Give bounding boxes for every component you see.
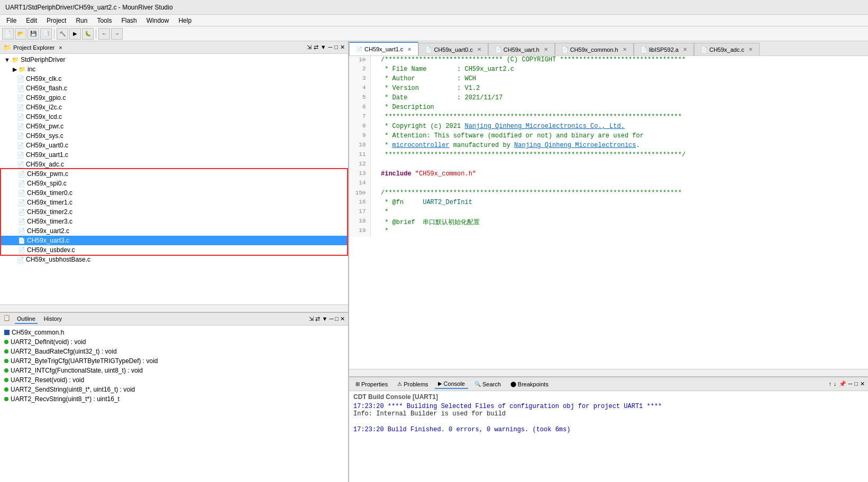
code-line-19: 19 * (349, 227, 868, 237)
fold-icon (370, 199, 377, 208)
console-pin-icon[interactable]: 📌 (839, 381, 846, 387)
menu-tools[interactable]: Tools (93, 16, 116, 25)
list-item[interactable]: 📄CH59x_timer1.c (1, 198, 347, 207)
list-item[interactable]: 📄CH59x_adc.c (0, 160, 348, 169)
list-item[interactable]: 📄CH59x_sys.c (0, 131, 348, 141)
list-item[interactable]: 📄CH59x_pwm.c (1, 169, 347, 179)
list-item[interactable]: 📄CH59x_i2c.c (0, 103, 348, 112)
code-hscroll[interactable] (349, 369, 868, 376)
outline-method-item[interactable]: UART2_RecvString(uint8_t*) : uint16_t (4, 394, 344, 404)
outline-method-item[interactable]: UART2_ByteTrigCfg(UARTByteTRIGTypeDef) :… (4, 356, 344, 366)
outline-method-item[interactable]: UART2_Reset(void) : void (4, 375, 344, 385)
outline-header-item[interactable]: CH59x_common.h (4, 328, 344, 337)
console-scroll-icon[interactable]: ↓ (834, 381, 837, 387)
list-item[interactable]: 📄CH59x_spi0.c (1, 179, 347, 188)
file-icon: 📄 (18, 190, 25, 197)
outline-method-item[interactable]: UART2_DefInit(void) : void (4, 337, 344, 347)
list-item[interactable]: 📄CH59x_uart1.c (0, 150, 348, 160)
console-minimize-icon[interactable]: ─ (848, 381, 853, 387)
explorer-body: ▼ 📁 StdPeriphDriver ▶ 📁 inc (0, 54, 348, 304)
toolbar-run[interactable]: ▶ (69, 28, 81, 40)
minimize-icon[interactable]: ─ (328, 44, 333, 51)
tab-close-icon[interactable]: ✕ (748, 47, 753, 52)
console-maximize-icon[interactable]: □ (854, 381, 858, 387)
outline-maximize-icon[interactable]: □ (335, 316, 339, 322)
tab-outline[interactable]: Outline (15, 314, 38, 324)
list-item[interactable]: 📄CH59x_gpio.c (0, 93, 348, 103)
console-clear-icon[interactable]: ↑ (829, 381, 832, 387)
menu-flash[interactable]: Flash (117, 16, 141, 25)
tab-uart-h[interactable]: 📄 CH59x_uart.h ✕ (488, 43, 555, 55)
code-line-2: 2 * File Name : CH59x_uart2.c (349, 66, 868, 75)
list-item[interactable]: 📄CH59x_usbdev.c (1, 245, 347, 255)
explorer-close-icon[interactable]: × (59, 44, 62, 51)
list-item-selected[interactable]: 📄CH59x_uart3.c (1, 236, 347, 245)
list-item[interactable]: 📄CH59x_clk.c (0, 74, 348, 84)
view-menu-icon[interactable]: ▼ (321, 44, 326, 51)
toolbar-build[interactable]: 🔨 (57, 28, 68, 40)
outline-minimize-icon[interactable]: ─ (329, 316, 333, 322)
toolbar-save[interactable]: 💾 (28, 28, 39, 40)
file-icon: 📄 (18, 237, 25, 244)
menu-project[interactable]: Project (42, 16, 70, 25)
toolbar-back[interactable]: ← (98, 28, 110, 40)
outline-link-icon[interactable]: ⇄ (315, 316, 320, 322)
tab-search[interactable]: 🔍 Search (471, 380, 504, 388)
menu-help[interactable]: Help (174, 16, 196, 25)
tab-close-icon[interactable]: ✕ (623, 47, 627, 52)
list-item[interactable]: 📄CH59x_uart0.c (0, 141, 348, 150)
code-line-14: 14 (349, 180, 868, 189)
project-hscroll[interactable] (0, 304, 348, 312)
toolbar-saveas[interactable]: 📑 (40, 28, 52, 40)
menu-window[interactable]: Window (142, 16, 173, 25)
tab-common-h[interactable]: 📄 CH59x_common.h ✕ (555, 43, 634, 55)
list-item[interactable]: 📄CH59x_lcd.c (0, 112, 348, 122)
console-close-icon[interactable]: ✕ (860, 381, 865, 387)
outline-collapse-icon[interactable]: ⇲ (309, 316, 314, 322)
outline-method-item[interactable]: UART2_SendString(uint8_t*, uint16_t) : v… (4, 385, 344, 394)
list-item[interactable]: 📄CH59x_timer0.c (1, 188, 347, 198)
tab-close-icon[interactable]: ✕ (544, 47, 548, 52)
menu-file[interactable]: File (2, 16, 21, 25)
tab-close-icon[interactable]: ✕ (477, 47, 481, 52)
tree-root[interactable]: ▼ 📁 StdPeriphDriver (0, 55, 348, 64)
tab-console[interactable]: ▶ Console (435, 379, 468, 389)
tab-adc[interactable]: 📄 CH59x_adc.c ✕ (694, 43, 760, 55)
toolbar-open[interactable]: 📂 (15, 28, 26, 40)
code-editor[interactable]: 1⊖ /******************************* (C) … (349, 56, 868, 369)
list-item[interactable]: 📄CH59x_pwr.c (0, 122, 348, 131)
maximize-icon[interactable]: □ (334, 44, 338, 51)
toolbar-debug[interactable]: 🐛 (82, 28, 94, 40)
tab-close-icon[interactable]: ✕ (683, 47, 687, 52)
outline-method-item[interactable]: UART2_BaudRateCfg(uint32_t) : void (4, 347, 344, 356)
toolbar-new[interactable]: 📄 (2, 28, 14, 40)
tab-problems[interactable]: ⚠ Problems (394, 380, 431, 388)
tab-libisp[interactable]: 📄 libISP592.a ✕ (634, 43, 694, 55)
menu-edit[interactable]: Edit (22, 16, 41, 25)
link-editor-icon[interactable]: ⇄ (314, 44, 318, 51)
tab-label: CH59x_uart1.c (364, 46, 403, 52)
list-item[interactable]: 📄CH59x_usbhostBase.c (0, 255, 348, 264)
outline-item-text: CH59x_common.h (12, 329, 64, 336)
list-item[interactable]: 📄CH59x_timer3.c (1, 217, 347, 226)
close-explorer-icon[interactable]: ✕ (340, 44, 345, 51)
list-item[interactable]: 📄CH59x_flash.c (0, 84, 348, 93)
tab-close-icon[interactable]: ✕ (407, 47, 412, 52)
collapse-icon[interactable]: ⇲ (307, 44, 312, 51)
list-item[interactable]: 📄CH59x_timer2.c (1, 207, 347, 217)
outline-close-icon[interactable]: ✕ (340, 316, 345, 322)
tab-uart1[interactable]: 📄 CH59x_uart1.c ✕ (349, 42, 418, 55)
tree-inc[interactable]: ▶ 📁 inc (0, 64, 348, 74)
list-item[interactable]: 📄CH59x_uart2.c (1, 226, 347, 236)
problems-icon: ⚠ (397, 381, 402, 387)
toolbar-fwd[interactable]: → (111, 28, 123, 40)
menubar: File Edit Project Run Tools Flash Window… (0, 15, 868, 26)
menu-run[interactable]: Run (71, 16, 92, 25)
file-icon: 📄 (17, 133, 24, 140)
tab-breakpoints[interactable]: ⬤ Breakpoints (507, 380, 552, 388)
outline-view-icon[interactable]: ▼ (322, 316, 327, 322)
tab-history[interactable]: History (42, 314, 64, 324)
tab-uart0[interactable]: 📄 CH59x_uart0.c ✕ (418, 43, 488, 55)
tab-properties[interactable]: ⊞ Properties (352, 380, 391, 388)
outline-method-item[interactable]: UART2_INTCfg(FunctionalState, uint8_t) :… (4, 366, 344, 375)
